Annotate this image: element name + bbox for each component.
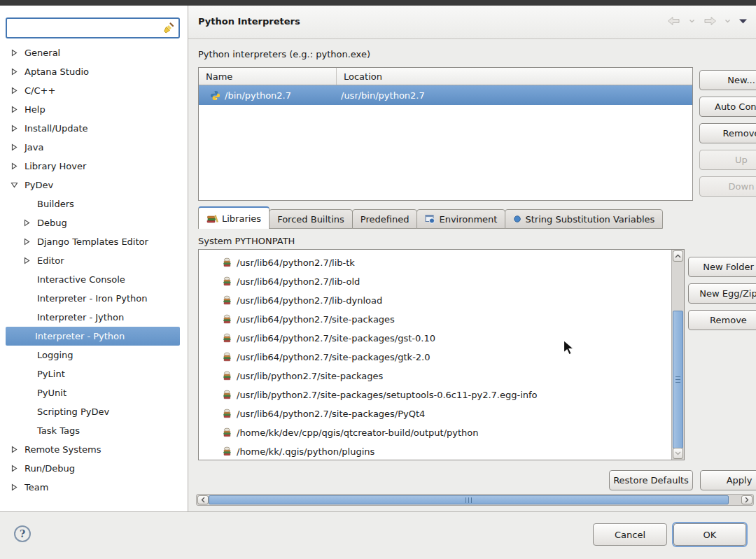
pythonpath-entry[interactable]: /usr/lib64/python2.7/lib-old — [199, 272, 671, 291]
new-folder-button[interactable]: New Folder — [688, 257, 756, 277]
restore-defaults-button[interactable]: Restore Defaults — [609, 470, 693, 490]
view-menu-icon[interactable] — [738, 18, 748, 24]
sidebar-item-label: PyUnit — [37, 388, 66, 398]
vertical-scrollbar[interactable] — [671, 250, 684, 460]
clear-filter-broom-icon[interactable] — [162, 21, 176, 35]
tree-collapsed-icon[interactable] — [21, 236, 32, 248]
scroll-right-icon[interactable] — [741, 495, 752, 504]
tab-string-substitution-variables[interactable]: String Substitution Variables — [505, 209, 663, 229]
sidebar-item-debug[interactable]: Debug — [0, 213, 187, 232]
sidebar-item-editor[interactable]: Editor — [0, 251, 187, 270]
tab-environment[interactable]: Environment — [416, 209, 505, 229]
new-button[interactable]: New... — [699, 70, 756, 90]
help-icon[interactable]: ? — [14, 525, 31, 542]
sidebar-item-pyunit[interactable]: PyUnit — [0, 383, 187, 402]
scroll-left-icon[interactable] — [197, 495, 209, 504]
tree-collapsed-icon[interactable] — [21, 218, 32, 229]
tree-collapsed-icon[interactable] — [8, 85, 20, 97]
tree-collapsed-icon[interactable] — [8, 66, 20, 78]
scroll-up-icon[interactable] — [673, 250, 683, 262]
pythonpath-entry[interactable]: /usr/lib64/python2.7/lib-tk — [199, 253, 671, 272]
sidebar-item-interpreter-iron-python[interactable]: Interpreter - Iron Python — [0, 289, 187, 308]
sidebar-item-remote-systems[interactable]: Remote Systems — [0, 440, 187, 459]
sidebar-item-run-debug[interactable]: Run/Debug — [0, 459, 187, 478]
tab-label: Predefined — [360, 214, 410, 225]
pythonpath-entry[interactable]: /usr/lib64/python2.7/site-packages/gtk-2… — [199, 348, 671, 367]
horizontal-scroll-thumb[interactable] — [209, 495, 729, 504]
tab-forced-builtins[interactable]: Forced Builtins — [269, 209, 353, 229]
sidebar-item-interpreter-jython[interactable]: Interpreter - Jython — [0, 308, 187, 327]
pythonpath-entry[interactable]: /usr/lib/python2.7/site-packages/setupto… — [199, 385, 671, 404]
back-arrow-icon[interactable] — [667, 15, 681, 27]
down-button[interactable]: Down — [699, 176, 756, 197]
horizontal-scrollbar[interactable] — [196, 494, 754, 506]
tree-expanded-icon[interactable] — [8, 180, 20, 191]
sidebar-item-label: C/C++ — [24, 85, 55, 96]
sidebar-item-team[interactable]: Team — [0, 478, 187, 497]
preferences-sidebar: GeneralAptana StudioC/C++HelpInstall/Upd… — [0, 6, 188, 511]
tab-libraries[interactable]: Libraries — [198, 206, 270, 229]
tree-spacer — [21, 350, 32, 361]
ok-button[interactable]: OK — [673, 523, 746, 546]
new-egg-zip-button[interactable]: New Egg/Zip — [688, 283, 756, 304]
sidebar-item-builders[interactable]: Builders — [0, 194, 187, 213]
pythonpath-entry-text: /usr/lib64/python2.7/lib-dynload — [237, 295, 382, 306]
filter-input[interactable] — [10, 19, 162, 37]
tree-collapsed-icon[interactable] — [8, 123, 20, 134]
column-header-location[interactable]: Location — [337, 68, 692, 85]
pythonpath-entry-icon — [222, 427, 232, 438]
tree-collapsed-icon[interactable] — [8, 161, 20, 172]
forward-history-chevron-icon[interactable] — [724, 19, 731, 24]
sidebar-item-java[interactable]: Java — [0, 138, 187, 157]
remove-button[interactable]: Remove — [699, 123, 756, 143]
pythonpath-entry[interactable]: /usr/lib64/python2.7/site-packages — [199, 310, 671, 329]
scroll-down-icon[interactable] — [673, 448, 683, 459]
pythonpath-entry-text: /home/kk/.qgis/python/plugins — [237, 446, 374, 457]
pythonpath-entry[interactable]: /usr/lib64/python2.7/site-packages/PyQt4 — [199, 404, 671, 423]
up-button[interactable]: Up — [699, 150, 756, 170]
sidebar-item-label: PyLint — [37, 369, 65, 379]
remove-button[interactable]: Remove — [688, 310, 756, 330]
cancel-button[interactable]: Cancel — [593, 523, 667, 546]
tree-collapsed-icon[interactable] — [8, 444, 20, 455]
interpreter-name: /bin/python2.7 — [225, 90, 291, 101]
tree-collapsed-icon[interactable] — [21, 255, 32, 267]
pythonpath-entry[interactable]: /usr/lib/python2.7/site-packages — [199, 367, 671, 385]
tree-collapsed-icon[interactable] — [8, 104, 20, 115]
pythonpath-entry-icon — [222, 371, 232, 381]
pythonpath-entry[interactable]: /home/kk/.qgis/python/plugins — [199, 442, 671, 460]
column-header-name[interactable]: Name — [199, 68, 337, 85]
interpreters-table: Name Location /bin/python2.7/usr/bin/pyt… — [198, 67, 693, 201]
tree-collapsed-icon[interactable] — [8, 48, 20, 59]
vertical-scroll-thumb[interactable] — [673, 311, 683, 448]
sidebar-item-aptana-studio[interactable]: Aptana Studio — [0, 62, 187, 81]
pythonpath-entry-icon — [222, 314, 232, 325]
pythonpath-entry[interactable]: /usr/lib64/python2.7/lib-dynload — [199, 291, 671, 310]
tab-predefined[interactable]: Predefined — [352, 209, 418, 229]
sidebar-item-help[interactable]: Help — [0, 100, 187, 119]
back-history-chevron-icon[interactable] — [689, 19, 695, 24]
sidebar-item-scripting-pydev[interactable]: Scripting PyDev — [0, 402, 187, 421]
pythonpath-entry[interactable]: /usr/lib64/python2.7/site-packages/gst-0… — [199, 329, 671, 348]
sidebar-item-pylint[interactable]: PyLint — [0, 365, 187, 383]
sidebar-item-install-update[interactable]: Install/Update — [0, 119, 187, 138]
tree-collapsed-icon[interactable] — [8, 463, 20, 474]
auto-config-button[interactable]: Auto Config — [699, 97, 756, 117]
sidebar-item-task-tags[interactable]: Task Tags — [0, 421, 187, 440]
interpreter-row[interactable]: /bin/python2.7/usr/bin/python2.7 — [199, 85, 692, 105]
tree-collapsed-icon[interactable] — [8, 482, 20, 493]
sidebar-item-django-templates-editor[interactable]: Django Templates Editor — [0, 232, 187, 251]
sidebar-item-c-c[interactable]: C/C++ — [0, 81, 187, 100]
pythonpath-entry[interactable]: /home/kk/dev/cpp/qgis/qtcreator-build/ou… — [199, 423, 671, 442]
tree-collapsed-icon[interactable] — [8, 142, 20, 153]
sidebar-item-interpreter-python[interactable]: Interpreter - Python — [6, 327, 180, 346]
forward-arrow-icon[interactable] — [703, 15, 717, 27]
window-top-edge — [0, 0, 756, 6]
dialog-footer: ? Cancel OK — [0, 511, 756, 559]
sidebar-item-library-hover[interactable]: Library Hover — [0, 157, 187, 176]
apply-button[interactable]: Apply — [700, 470, 756, 490]
sidebar-item-logging[interactable]: Logging — [0, 346, 187, 365]
sidebar-item-general[interactable]: General — [0, 43, 187, 62]
sidebar-item-interactive-console[interactable]: Interactive Console — [0, 270, 187, 289]
sidebar-item-pydev[interactable]: PyDev — [0, 176, 187, 194]
